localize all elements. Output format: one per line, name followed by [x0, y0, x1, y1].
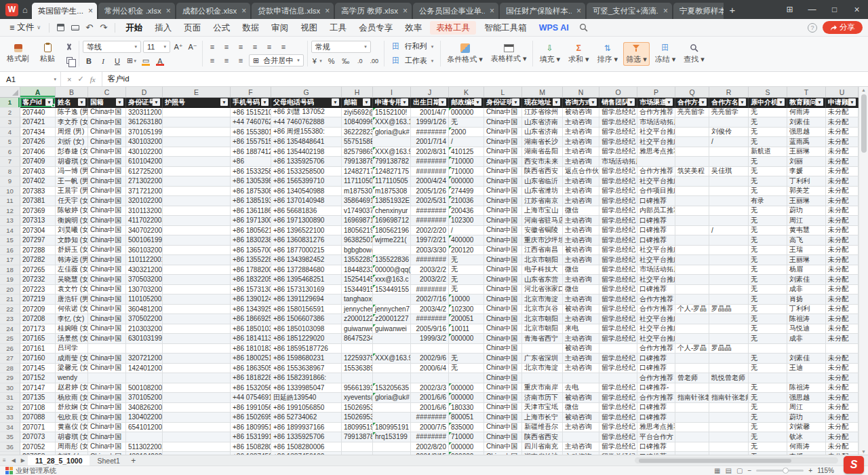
italic-button[interactable]: I	[97, 55, 109, 66]
row-number[interactable]: 25	[0, 334, 20, 344]
cell[interactable]	[675, 285, 709, 295]
increase-indent-icon[interactable]: ≡	[263, 41, 275, 52]
file-tab[interactable]: 宁夏教师样本.xlsx×	[673, 3, 724, 19]
cell[interactable]: 留学总经纪	[599, 294, 637, 305]
cell[interactable]: 2000/6/4	[411, 364, 449, 374]
cell[interactable]: 5575158E	[342, 137, 373, 147]
cell[interactable]: 180995191	[342, 423, 373, 433]
cell[interactable]: China中国	[88, 206, 126, 216]
close-tab-icon[interactable]: ×	[663, 7, 668, 15]
cell[interactable]: 桂婉唯 (女	[56, 324, 88, 335]
cell[interactable]	[373, 137, 411, 147]
cell[interactable]: 未分配	[826, 167, 859, 177]
cell[interactable]: +44 07546918	[231, 393, 271, 403]
cell[interactable]: 370105200210270824	[126, 393, 163, 403]
column-header-O[interactable]: O	[599, 87, 637, 97]
cell[interactable]	[163, 294, 231, 305]
cell[interactable]	[675, 432, 709, 442]
cell[interactable]: China中国	[88, 255, 126, 265]
menu-item-开始[interactable]: 开始	[119, 19, 149, 37]
cell[interactable]: 32031120010407791S	[126, 108, 163, 118]
cell[interactable]: 山东省济南	[522, 117, 563, 128]
row-number[interactable]: 4	[0, 128, 20, 138]
filter-icon[interactable]: ▼	[220, 98, 228, 106]
cell[interactable]: 310113200211152925	[126, 206, 163, 216]
cell[interactable]	[709, 324, 749, 335]
cell[interactable]: 社交平台推广	[637, 255, 675, 265]
cell[interactable]	[709, 383, 749, 394]
cell[interactable]: 返点合作伙	[563, 167, 599, 177]
cell[interactable]	[373, 442, 411, 453]
cell[interactable]	[163, 324, 231, 335]
rows-cols-button[interactable]: 田 行和列▾	[388, 41, 437, 53]
header-cell[interactable]: 市场渠道▼	[637, 98, 675, 108]
table-style-button[interactable]: 表格样式 ▾	[488, 43, 530, 65]
cell[interactable]	[163, 265, 231, 276]
cell[interactable]: 1999/1/26	[411, 117, 449, 128]
cell[interactable]: 1999/3/2	[411, 334, 449, 344]
cell[interactable]: 180562196	[342, 226, 373, 236]
row-number[interactable]: 17	[0, 255, 20, 265]
paste-button[interactable]: 粘贴	[35, 42, 60, 65]
row-number[interactable]: 21	[0, 294, 20, 305]
cell[interactable]: 36126318010	[126, 117, 163, 128]
cell[interactable]: +86 13851932	[231, 196, 271, 206]
cell[interactable]	[675, 294, 709, 305]
cell[interactable]	[342, 373, 373, 383]
cell[interactable]: 未分配	[826, 275, 859, 285]
cell[interactable]	[709, 255, 749, 265]
cell[interactable]: 留学总经纪	[599, 147, 637, 157]
cell[interactable]: +86 1506607386	[271, 314, 342, 324]
cell[interactable]	[88, 373, 126, 383]
cell[interactable]: 207297	[20, 235, 56, 246]
cell[interactable]: 207145	[20, 364, 56, 374]
cell[interactable]	[709, 147, 749, 157]
scrollbar-thumb[interactable]	[639, 459, 791, 463]
column-header-N[interactable]: N	[563, 87, 599, 97]
cell[interactable]: +86 1851229020	[271, 334, 342, 344]
print-icon[interactable]	[68, 21, 81, 34]
cell[interactable]: 青海省西宁	[522, 334, 563, 344]
file-tab[interactable]: 英国留学生...×	[32, 3, 97, 19]
cell[interactable]	[373, 373, 411, 383]
cell[interactable]: 无	[749, 334, 787, 344]
select-all-corner[interactable]	[0, 87, 20, 97]
cell[interactable]: 安徽省铜陵	[522, 226, 563, 236]
header-cell[interactable]: 咨询方式▼	[563, 98, 599, 108]
cell[interactable]: China中国	[484, 265, 522, 276]
cell[interactable]: China中国	[484, 364, 522, 374]
cell[interactable]: 被动咨询	[563, 344, 599, 354]
column-header-M[interactable]: M	[522, 87, 563, 97]
cell[interactable]: 430321200211140121	[126, 265, 163, 276]
cell[interactable]	[163, 344, 231, 354]
cell[interactable]: China中国	[88, 137, 126, 147]
cell[interactable]	[675, 423, 709, 433]
cell[interactable]: 李媛	[787, 167, 826, 177]
cell[interactable]	[709, 354, 749, 364]
cell[interactable]: 济南市历下	[522, 393, 563, 403]
cell[interactable]	[675, 187, 709, 197]
filter-icon[interactable]: ▼	[116, 98, 123, 106]
cell[interactable]: bgbgbow@	[342, 246, 373, 256]
cell[interactable]	[163, 354, 231, 364]
close-tab-icon[interactable]: ×	[403, 7, 408, 15]
cell[interactable]	[599, 344, 637, 354]
cell[interactable]: 陈祖涛	[787, 314, 826, 324]
cell[interactable]: China中国	[88, 285, 126, 295]
cell[interactable]	[126, 344, 163, 354]
cell[interactable]: 15254145	[342, 275, 373, 285]
row-number[interactable]: 6	[0, 147, 20, 157]
cell[interactable]: /	[449, 137, 484, 147]
cell[interactable]: China中国	[88, 294, 126, 305]
cell[interactable]: 主动咨询	[563, 275, 599, 285]
conditional-format-button[interactable]: 条件格式 ▾	[444, 42, 486, 66]
column-header-Q[interactable]: Q	[675, 87, 709, 97]
cell[interactable]: 无	[449, 364, 484, 374]
header-cell[interactable]: 身份证号▼	[126, 98, 163, 108]
cell[interactable]: 无	[749, 167, 787, 177]
cell[interactable]: 207383	[20, 187, 56, 197]
cell[interactable]: hrq153199	[373, 432, 411, 442]
cell[interactable]	[563, 432, 599, 442]
cell[interactable]: 王迪	[787, 364, 826, 374]
cell[interactable]: +86 52734062	[271, 413, 342, 423]
